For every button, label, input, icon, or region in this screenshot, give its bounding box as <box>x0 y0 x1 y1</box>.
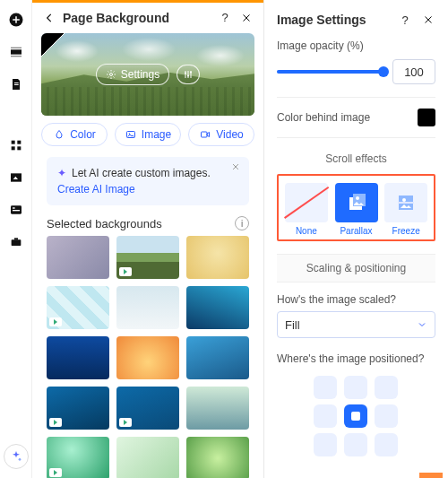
ai-sparkle-icon[interactable] <box>4 444 29 469</box>
background-thumbnail[interactable] <box>186 437 249 478</box>
section-icon[interactable] <box>7 43 25 61</box>
pos-top-center[interactable] <box>344 376 367 399</box>
page-icon[interactable] <box>7 75 25 93</box>
scale-question-label: How's the image scaled? <box>277 293 435 306</box>
background-thumbnail[interactable] <box>116 236 179 279</box>
svg-rect-8 <box>11 146 14 150</box>
pos-bot-left[interactable] <box>314 433 337 456</box>
settings-close-button[interactable] <box>421 13 435 27</box>
background-thumbnail[interactable] <box>47 236 109 279</box>
close-button[interactable] <box>238 10 254 26</box>
svg-rect-1 <box>11 49 22 54</box>
pos-bot-center[interactable] <box>344 433 367 456</box>
background-thumbnail[interactable] <box>186 236 249 279</box>
svg-point-19 <box>185 72 186 74</box>
design-icon[interactable] <box>9 108 23 122</box>
scale-value: Fill <box>285 318 300 332</box>
svg-point-20 <box>187 74 189 76</box>
ai-banner-text: Let AI create custom images. <box>72 167 211 179</box>
chevron-down-icon <box>417 319 427 330</box>
pos-bot-right[interactable] <box>375 433 398 456</box>
scale-select[interactable]: Fill <box>277 311 435 338</box>
back-button[interactable] <box>41 10 57 26</box>
svg-rect-4 <box>14 83 19 83</box>
scroll-effects-label: Scroll effects <box>277 147 435 174</box>
video-badge-icon <box>119 418 132 427</box>
settings-help-button[interactable]: ? <box>398 13 412 27</box>
scroll-effect-parallax[interactable]: Parallax <box>334 183 379 236</box>
info-icon[interactable]: i <box>235 216 249 230</box>
apps-icon[interactable] <box>7 136 25 154</box>
svg-rect-14 <box>13 210 20 211</box>
banner-close-button[interactable] <box>231 162 244 175</box>
background-thumbnail[interactable] <box>116 437 179 478</box>
svg-rect-5 <box>14 84 19 85</box>
svg-rect-6 <box>11 141 14 144</box>
pos-center[interactable] <box>344 404 367 428</box>
tab-video[interactable]: Video <box>188 123 254 146</box>
panel-title: Page Background <box>63 11 211 25</box>
media-icon[interactable] <box>7 169 25 187</box>
pos-top-left[interactable] <box>314 376 337 399</box>
settings-title: Image Settings <box>277 13 389 27</box>
parallax-icon <box>335 183 378 222</box>
opacity-input[interactable] <box>392 59 435 84</box>
tab-color[interactable]: Color <box>41 123 108 146</box>
image-icon <box>125 128 137 141</box>
svg-rect-9 <box>17 146 21 150</box>
left-rail <box>0 0 32 478</box>
background-thumbnail[interactable] <box>47 387 109 430</box>
settings-button[interactable]: Settings <box>96 64 169 85</box>
scroll-effect-none[interactable]: None <box>284 183 329 236</box>
background-thumbnail[interactable] <box>116 286 179 329</box>
background-thumbnail[interactable] <box>116 336 179 379</box>
background-preview: Settings <box>41 33 254 116</box>
pos-top-right[interactable] <box>375 376 398 399</box>
svg-rect-15 <box>11 239 21 246</box>
backgrounds-grid <box>32 236 263 478</box>
create-ai-image-link[interactable]: Create AI Image <box>57 182 238 196</box>
business-icon[interactable] <box>7 233 25 251</box>
tab-image[interactable]: Image <box>115 123 181 146</box>
none-icon <box>285 183 328 222</box>
svg-rect-24 <box>202 132 208 137</box>
scroll-effects-group: None Parallax Freeze <box>277 174 435 241</box>
pos-mid-right[interactable] <box>375 404 398 428</box>
svg-rect-16 <box>14 238 18 239</box>
background-thumbnail[interactable] <box>116 387 179 430</box>
background-thumbnail[interactable] <box>47 336 109 379</box>
scroll-effect-freeze[interactable]: Freeze <box>383 183 428 236</box>
position-grid <box>314 376 400 456</box>
video-badge-icon <box>49 418 62 427</box>
help-button[interactable]: ? <box>217 10 233 26</box>
color-behind-swatch[interactable] <box>418 109 435 126</box>
selected-backgrounds-label: Selected backgrounds <box>47 217 235 230</box>
adjust-button[interactable] <box>177 65 200 84</box>
svg-point-18 <box>109 73 112 75</box>
add-icon[interactable] <box>7 11 25 29</box>
video-icon <box>199 128 211 141</box>
svg-point-17 <box>18 458 21 461</box>
settings-label: Settings <box>121 68 159 81</box>
video-badge-icon <box>119 267 132 276</box>
background-thumbnail[interactable] <box>186 336 249 379</box>
svg-point-27 <box>356 196 359 200</box>
color-behind-label: Color behind image <box>277 111 370 124</box>
opacity-label: Image opacity (%) <box>277 39 435 52</box>
svg-rect-2 <box>11 48 22 48</box>
background-thumbnail[interactable] <box>47 286 109 329</box>
position-question-label: Where's the image positioned? <box>277 352 435 365</box>
pos-mid-left[interactable] <box>314 404 337 428</box>
background-thumbnail[interactable] <box>186 387 249 430</box>
video-badge-icon <box>49 468 62 477</box>
video-badge-icon <box>49 317 62 326</box>
background-thumbnail[interactable] <box>186 286 249 329</box>
ai-banner: ✦Let AI create custom images. Create AI … <box>47 157 249 205</box>
image-settings-panel: Image Settings ? Image opacity (%) Color… <box>263 0 448 478</box>
sparkle-icon: ✦ <box>57 167 66 179</box>
list-icon[interactable] <box>7 201 25 219</box>
opacity-slider[interactable] <box>277 70 383 74</box>
svg-rect-30 <box>398 202 414 204</box>
background-thumbnail[interactable] <box>47 437 109 478</box>
freeze-icon <box>384 183 427 222</box>
